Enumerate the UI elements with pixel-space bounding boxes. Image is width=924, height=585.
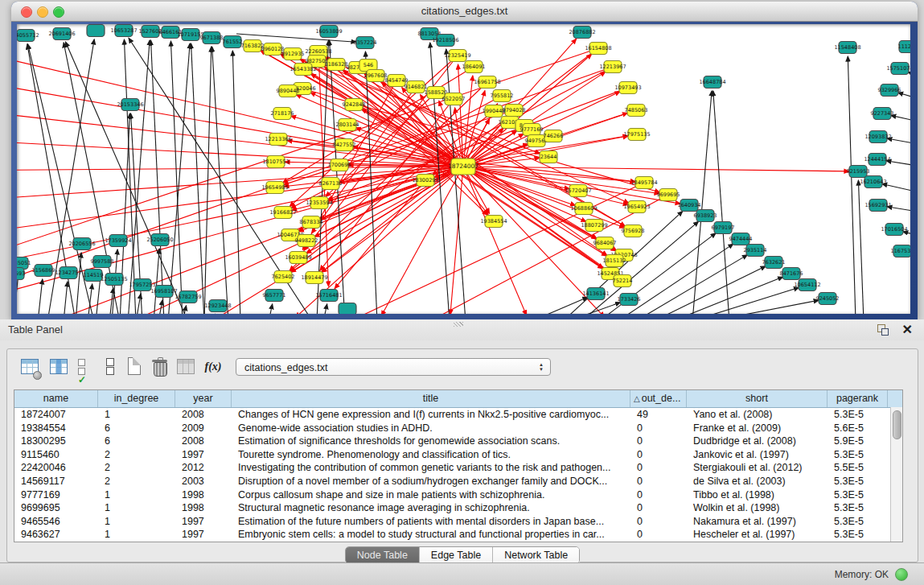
float-panel-icon[interactable]: [877, 324, 889, 336]
cell-out_de: 0: [630, 448, 687, 462]
graph-edge[interactable]: [707, 300, 819, 314]
cell-in_degree: 2: [98, 475, 175, 488]
cell-pagerank: 5.3E-5: [827, 528, 888, 542]
table-row[interactable]: 1830029562008Estimation of significance …: [14, 435, 902, 448]
cell-pagerank: 5.3E-5: [827, 515, 888, 529]
graph-node-label: 391593: [17, 270, 25, 277]
cell-name: 9699695: [14, 501, 98, 515]
graph-edge[interactable]: [204, 47, 211, 314]
graph-node-label: 18914479: [301, 274, 327, 281]
table-row[interactable]: 1456911722003Disruption of a novel membe…: [14, 475, 902, 488]
graph-edge[interactable]: [269, 304, 273, 314]
tab-network-table[interactable]: Network Table: [493, 547, 579, 563]
graph-edge[interactable]: [450, 167, 463, 314]
graph-node-label: 6522057: [442, 96, 466, 102]
graph-edge[interactable]: [191, 43, 204, 314]
graph-edge[interactable]: [566, 303, 621, 314]
table-row[interactable]: 911546021997Tourette syndrome. Phenomeno…: [14, 448, 902, 462]
table-vertical-scrollbar[interactable]: [890, 407, 902, 542]
graph-edge[interactable]: [136, 294, 141, 314]
show-columns-button[interactable]: [47, 356, 70, 378]
scrollbar-thumb[interactable]: [893, 410, 901, 439]
cell-out_de: 0: [630, 422, 687, 435]
column-header-title[interactable]: title: [232, 390, 630, 407]
create-table-button[interactable]: [123, 356, 146, 378]
graph-node-label: 9997588: [91, 258, 114, 265]
table-row[interactable]: 946554611997Estimation of the future num…: [14, 515, 902, 529]
new-file-icon: [128, 357, 141, 375]
graph-edge[interactable]: [365, 51, 377, 314]
graph-edge[interactable]: [463, 167, 527, 314]
cell-year: 2009: [175, 422, 232, 435]
graph-edge[interactable]: [168, 43, 190, 314]
splitter-grip[interactable]: [454, 322, 463, 327]
graph-edge[interactable]: [848, 56, 856, 314]
graph-node[interactable]: [339, 303, 356, 315]
table-row[interactable]: 969969511998Structural magnetic resonanc…: [14, 501, 902, 515]
table-row[interactable]: 1938455462009Genome-wide association stu…: [14, 422, 902, 435]
graph-node-label: 23644: [540, 154, 557, 160]
cell-in_degree: 2: [98, 448, 175, 462]
graph-edge[interactable]: [858, 180, 864, 314]
table-row[interactable]: 946362711997Embryonic stem cells: a mode…: [14, 528, 902, 542]
tab-edge-table[interactable]: Edge Table: [420, 547, 493, 563]
delete-table-button[interactable]: [149, 356, 171, 378]
tab-node-table[interactable]: Node Table: [346, 547, 420, 563]
graph-edge[interactable]: [323, 304, 327, 314]
graph-node-label: 2718176: [271, 110, 294, 117]
graph-edge[interactable]: [713, 91, 729, 314]
graph-edge[interactable]: [17, 48, 598, 264]
function-builder-button[interactable]: f(x): [202, 356, 224, 378]
column-header-in_degree[interactable]: in_degree: [98, 390, 175, 407]
graph-edge[interactable]: [463, 167, 635, 182]
gear-icon: [33, 371, 42, 380]
graph-node-label: 12325419: [444, 52, 470, 59]
graph-node-label: 22260538: [305, 48, 331, 55]
cell-short: Nakamura et al. (1997): [687, 515, 827, 529]
table-body: 1872400712008Changes of HCN gene express…: [14, 408, 902, 542]
window-titlebar[interactable]: citations_edges.txt: [11, 2, 918, 22]
graph-edge[interactable]: [170, 41, 183, 314]
graph-node-label: 2803144: [336, 122, 359, 128]
table-row[interactable]: 1872400712008Changes of HCN gene express…: [14, 408, 902, 422]
cell-title: Structural magnetic resonance image aver…: [232, 501, 630, 515]
network-canvas[interactable]: 1872400771638228960128891293522260538982…: [17, 24, 910, 314]
select-all-columns-button[interactable]: ✓ ✓: [75, 356, 97, 378]
close-panel-icon[interactable]: ✕: [902, 322, 913, 337]
graph-edge[interactable]: [158, 300, 162, 314]
citation-network-graph[interactable]: 1872400771638228960128891293522260538982…: [17, 24, 910, 314]
cell-out_de: 49: [630, 408, 687, 422]
column-header-short[interactable]: short: [687, 390, 827, 407]
graph-node-label: 12213366: [265, 136, 291, 142]
graph-node-label: 9329966: [878, 87, 901, 93]
table-row[interactable]: 2242004622012Investigating the contribut…: [14, 461, 902, 475]
trash-body-icon: [154, 362, 167, 377]
table-options-button[interactable]: [18, 356, 41, 378]
graph-edge[interactable]: [17, 167, 463, 274]
graph-edge[interactable]: [898, 93, 910, 100]
table-selector-dropdown[interactable]: citations_edges.txt ▲▼: [236, 358, 551, 376]
graph-edge[interactable]: [64, 282, 68, 314]
show-rows-button[interactable]: [99, 356, 121, 378]
column-header-pagerank[interactable]: pagerank: [827, 390, 888, 407]
graph-node[interactable]: [87, 25, 105, 37]
graph-node-label: 15692931: [864, 202, 891, 208]
graph-edge[interactable]: [530, 297, 588, 314]
graph-edge[interactable]: [128, 40, 150, 314]
memory-ok-indicator[interactable]: [895, 568, 908, 581]
graph-edge[interactable]: [76, 253, 81, 314]
graph-edge[interactable]: [463, 167, 849, 171]
dropdown-arrows-icon: ▲▼: [539, 362, 544, 372]
graph-node-label: 18495784: [630, 179, 657, 186]
graph-edge[interactable]: [689, 287, 799, 314]
column-header-name[interactable]: name: [14, 390, 98, 407]
table-row[interactable]: 977716911998Corpus callosum shape and si…: [14, 488, 902, 502]
graph-node-label: 14136141: [582, 290, 609, 297]
column-header-out_de[interactable]: △out_de...: [630, 390, 687, 407]
column-header-year[interactable]: year: [175, 390, 232, 407]
graph-edge[interactable]: [634, 255, 748, 314]
graph-edge[interactable]: [38, 279, 43, 314]
graph-edge[interactable]: [212, 47, 228, 314]
cell-short: Tibbo et al. (1998): [687, 488, 827, 502]
graph-node-label: 9245052: [816, 295, 840, 302]
